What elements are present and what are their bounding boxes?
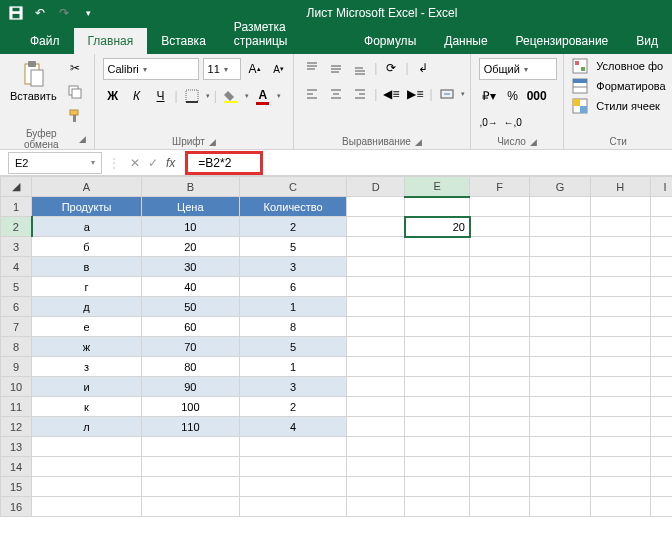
- cell[interactable]: г: [32, 277, 141, 297]
- cell[interactable]: [347, 277, 405, 297]
- cell[interactable]: [590, 417, 650, 437]
- cell[interactable]: Продукты: [32, 197, 141, 217]
- cell[interactable]: [470, 337, 530, 357]
- cell[interactable]: [470, 397, 530, 417]
- number-launcher-icon[interactable]: ◢: [530, 137, 537, 147]
- cell[interactable]: [530, 417, 590, 437]
- cell[interactable]: а: [32, 217, 141, 237]
- row-header[interactable]: 14: [1, 457, 32, 477]
- cell[interactable]: [405, 357, 470, 377]
- fx-icon[interactable]: fx: [166, 156, 175, 170]
- cell[interactable]: и: [32, 377, 141, 397]
- cell[interactable]: [470, 277, 530, 297]
- cell[interactable]: Цена: [141, 197, 239, 217]
- align-top-icon[interactable]: [302, 58, 322, 78]
- cell[interactable]: [590, 237, 650, 257]
- cell[interactable]: [405, 377, 470, 397]
- cell[interactable]: 3: [239, 377, 346, 397]
- tab-file[interactable]: Файл: [16, 28, 74, 54]
- accept-formula-icon[interactable]: ✓: [148, 156, 158, 170]
- cell[interactable]: [405, 237, 470, 257]
- align-middle-icon[interactable]: [326, 58, 346, 78]
- cell[interactable]: [239, 477, 346, 497]
- cell[interactable]: [590, 297, 650, 317]
- cell[interactable]: [239, 437, 346, 457]
- cell[interactable]: [530, 437, 590, 457]
- cell[interactable]: [530, 297, 590, 317]
- border-icon[interactable]: [182, 86, 202, 106]
- cell[interactable]: 30: [141, 257, 239, 277]
- cell[interactable]: [590, 337, 650, 357]
- cell[interactable]: [590, 437, 650, 457]
- cell[interactable]: 2: [239, 217, 346, 237]
- cell[interactable]: [530, 377, 590, 397]
- column-header[interactable]: C: [239, 177, 346, 197]
- cell[interactable]: [650, 297, 672, 317]
- cell[interactable]: [590, 377, 650, 397]
- cell[interactable]: 20: [141, 237, 239, 257]
- cell[interactable]: [650, 257, 672, 277]
- cell[interactable]: [141, 477, 239, 497]
- cell[interactable]: [347, 237, 405, 257]
- cell[interactable]: 5: [239, 337, 346, 357]
- cell[interactable]: 4: [239, 417, 346, 437]
- cell[interactable]: [650, 437, 672, 457]
- merge-icon[interactable]: [437, 84, 457, 104]
- cell[interactable]: [405, 417, 470, 437]
- cell[interactable]: [530, 397, 590, 417]
- cell[interactable]: [650, 497, 672, 517]
- cell[interactable]: [347, 317, 405, 337]
- align-left-icon[interactable]: [302, 84, 322, 104]
- cell[interactable]: 1: [239, 297, 346, 317]
- conditional-format-button[interactable]: Условное фо: [572, 58, 663, 74]
- cell[interactable]: б: [32, 237, 141, 257]
- cell[interactable]: [650, 357, 672, 377]
- save-icon[interactable]: [6, 3, 26, 23]
- column-header[interactable]: I: [650, 177, 672, 197]
- cell[interactable]: [347, 337, 405, 357]
- row-header[interactable]: 3: [1, 237, 32, 257]
- italic-button[interactable]: К: [127, 86, 147, 106]
- cell[interactable]: [650, 457, 672, 477]
- row-header[interactable]: 8: [1, 337, 32, 357]
- decrease-font-icon[interactable]: A▾: [269, 59, 289, 79]
- cell[interactable]: [650, 477, 672, 497]
- row-header[interactable]: 7: [1, 317, 32, 337]
- cell[interactable]: [347, 257, 405, 277]
- cell[interactable]: [32, 497, 141, 517]
- align-center-icon[interactable]: [326, 84, 346, 104]
- worksheet-grid[interactable]: ◢ABCDEFGHI 1ПродуктыЦенаКоличество2а1022…: [0, 176, 672, 548]
- formula-input[interactable]: =B2*2: [185, 151, 263, 175]
- cell[interactable]: [470, 317, 530, 337]
- clipboard-launcher-icon[interactable]: ◢: [79, 134, 86, 144]
- cell[interactable]: [650, 317, 672, 337]
- increase-decimal-icon[interactable]: ,0→: [479, 112, 499, 132]
- decrease-indent-icon[interactable]: ◀≡: [381, 84, 401, 104]
- row-header[interactable]: 13: [1, 437, 32, 457]
- cell[interactable]: [347, 377, 405, 397]
- cell[interactable]: [650, 277, 672, 297]
- cell[interactable]: [530, 277, 590, 297]
- font-name-combo[interactable]: Calibri▾: [103, 58, 199, 80]
- row-header[interactable]: 6: [1, 297, 32, 317]
- tab-view[interactable]: Вид: [622, 28, 672, 54]
- format-painter-icon[interactable]: [65, 106, 85, 126]
- bold-button[interactable]: Ж: [103, 86, 123, 106]
- cell[interactable]: [470, 457, 530, 477]
- select-all-corner[interactable]: ◢: [1, 177, 32, 197]
- cell[interactable]: [405, 497, 470, 517]
- cell[interactable]: [347, 497, 405, 517]
- cell[interactable]: [650, 377, 672, 397]
- cell[interactable]: [590, 217, 650, 237]
- row-header[interactable]: 4: [1, 257, 32, 277]
- cell[interactable]: [405, 197, 470, 217]
- row-header[interactable]: 9: [1, 357, 32, 377]
- cell[interactable]: [32, 477, 141, 497]
- cell[interactable]: Количество: [239, 197, 346, 217]
- underline-button[interactable]: Ч: [151, 86, 171, 106]
- cell[interactable]: [239, 497, 346, 517]
- cell[interactable]: [470, 417, 530, 437]
- cancel-formula-icon[interactable]: ✕: [130, 156, 140, 170]
- cell[interactable]: 70: [141, 337, 239, 357]
- font-launcher-icon[interactable]: ◢: [209, 137, 216, 147]
